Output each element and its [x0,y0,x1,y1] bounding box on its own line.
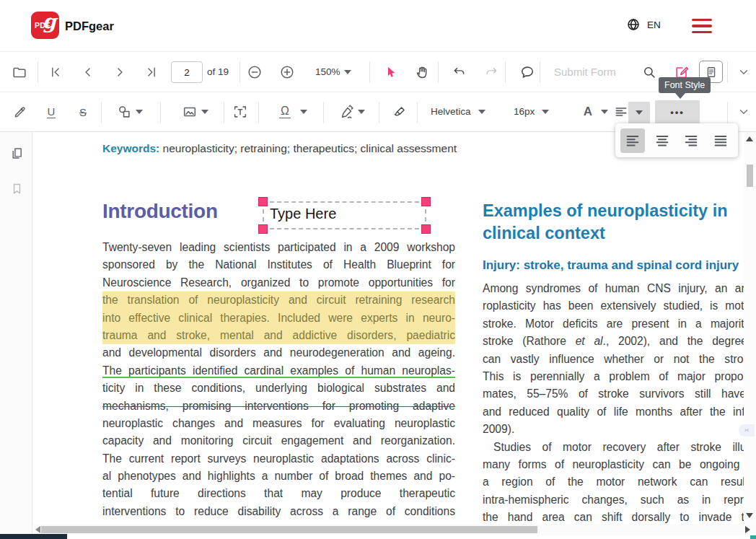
shapes-tool-button[interactable] [114,102,134,122]
scroll-up-arrow[interactable] [746,136,753,141]
text-line: Twenty-seven leading scientists particip… [102,239,455,256]
font-color-icon: A [584,105,592,119]
underline-tool-button[interactable]: U [41,102,61,122]
resize-handle-top-right[interactable] [421,197,431,206]
font-style-tooltip: Font Style [659,77,711,93]
align-center-option[interactable] [650,128,674,153]
shapes-icon [116,104,132,120]
page-number-input[interactable] [171,61,203,83]
stamp-dropdown-caret[interactable] [300,110,307,114]
open-file-button[interactable] [9,62,30,82]
vertical-scrollbar-thumb[interactable] [747,165,753,187]
bookmarks-button[interactable] [6,178,27,199]
first-page-icon [48,65,63,79]
text-line: and reduced quality of life months after… [483,403,744,421]
image-dropdown-caret[interactable] [201,110,208,114]
align-left-option[interactable] [620,128,645,153]
alignment-dropdown-panel [615,123,738,157]
primary-toolbar: of 19 150% [0,52,756,92]
undo-button[interactable] [449,62,469,82]
app-header: PDF g PDFgear EN [0,0,756,52]
highlight-tool-button[interactable] [9,102,30,122]
align-dropdown-caret[interactable] [628,102,650,123]
text-line: trauma and stroke, mental and addictive … [102,327,455,344]
zoom-out-button[interactable] [245,62,265,82]
last-page-icon [144,65,159,79]
font-size-value[interactable]: 16px [514,102,535,122]
signature-dropdown-caret[interactable] [358,110,365,114]
font-family-value[interactable]: Helvetica [431,102,471,122]
text-line: Among syndromes of human CNS injury, an … [483,280,744,297]
horizontal-scrollbar[interactable] [32,524,756,535]
last-page-button[interactable] [141,62,162,82]
language-selector[interactable]: EN [626,17,661,32]
font-color-caret[interactable] [601,110,608,114]
zoom-level-value[interactable]: 150% [315,62,340,82]
text-box-tool-button[interactable] [230,102,250,122]
zoom-in-button[interactable] [277,62,297,82]
corner-decoration [750,535,756,539]
text-annotation-box[interactable]: Type Here [263,201,426,229]
text-line: capacity and monitoring circuit engageme… [102,432,455,450]
align-justify-icon [713,133,729,149]
text-line: al phenotypes and highlights a number of… [102,468,455,485]
keywords-line: Keywords: neuroplasticity; retraining; t… [102,142,457,155]
more-options-button[interactable]: ••• [655,100,700,124]
text-line: This is perennially a problem of major p… [483,368,744,385]
hamburger-menu-icon[interactable] [692,19,712,33]
align-right-option[interactable] [679,128,703,153]
page-thumbnails-button[interactable] [6,142,27,164]
font-size-caret[interactable] [542,110,549,114]
strikethrough-tool-button[interactable]: S [73,102,93,122]
comment-tool-button[interactable] [517,62,537,82]
search-button[interactable] [639,62,659,82]
scroll-right-arrow[interactable] [745,526,750,533]
submit-form-button[interactable]: Submit Form [554,62,616,82]
language-label: EN [647,19,661,30]
resize-handle-bottom-left[interactable] [258,224,268,234]
text-line: intra-hemispheric changes, such as in re… [483,491,744,509]
shapes-dropdown-caret[interactable] [136,110,143,114]
scroll-down-arrow[interactable] [746,513,753,518]
align-justify-option[interactable] [708,128,733,153]
panel-collapse-tab[interactable]: ›‹ [739,424,755,437]
hand-tool-button[interactable] [412,62,432,82]
bookmark-icon [10,182,24,196]
signature-tool-button[interactable] [337,102,357,122]
stamp-icon: Ω [279,105,291,118]
redo-button[interactable] [481,62,501,82]
chevron-down-icon [737,66,750,79]
previous-page-button[interactable] [78,62,98,82]
text-line: neuroplastic changes and measures for ev… [102,415,455,432]
tooltip-arrow [675,93,685,99]
style-brush-button[interactable] [389,102,409,122]
text-line: The participants identified cardinal exa… [102,362,455,380]
toolbar-collapse-button[interactable] [734,62,754,82]
resize-handle-bottom-right[interactable] [421,224,431,234]
horizontal-scrollbar-thumb[interactable] [41,526,537,533]
text-line: interventions to reduce disability acros… [102,503,455,520]
annotation-text[interactable]: Type Here [270,206,336,222]
image-tool-button[interactable] [180,102,200,122]
font-color-button[interactable]: A [578,102,598,122]
pdfgear-logo-icon: PDF g [31,12,59,39]
scroll-left-arrow[interactable] [35,526,40,533]
zoom-dropdown-caret[interactable] [344,70,351,74]
left-column-text: Twenty-seven leading scientists particip… [102,239,455,524]
stamp-tool-button[interactable]: Ω [275,102,295,122]
paint-brush-icon [392,105,407,120]
font-family-caret[interactable] [478,110,485,114]
text-line: stroke. Motor deficits are present in a … [483,315,744,333]
next-page-button[interactable] [110,62,130,82]
vertical-scrollbar[interactable] [744,132,756,524]
undo-icon [452,65,467,80]
first-page-button[interactable] [45,62,66,82]
select-tool-button[interactable] [380,62,400,82]
toolbar2-collapse-button[interactable] [734,102,754,122]
resize-handle-top-left[interactable] [258,197,268,206]
align-button[interactable] [612,102,630,122]
text-line: stroke (Rathore et al., 2002), and the d… [483,333,744,350]
chevron-left-icon [81,65,95,79]
folder-icon [12,64,27,80]
text-line: the translation of neuroplasticity and c… [102,292,455,309]
